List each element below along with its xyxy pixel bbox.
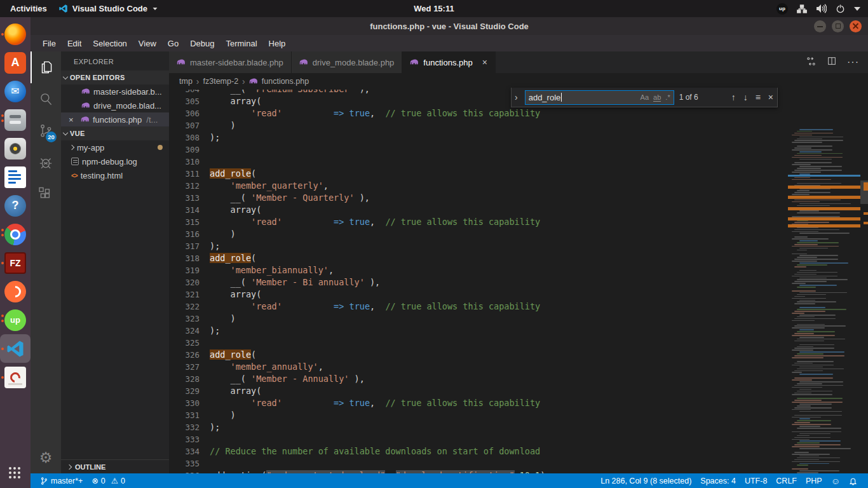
outline-section-header[interactable]: OUTLINE — [61, 459, 169, 473]
next-match-icon[interactable]: ↓ — [743, 92, 748, 102]
code-line[interactable]: 317); — [169, 240, 788, 252]
menu-terminal[interactable]: Terminal — [220, 37, 262, 50]
tab-drive-mode[interactable]: drive_mode.blade.php — [292, 51, 403, 73]
breadcrumb-item[interactable]: tmp — [179, 77, 193, 86]
extensions-view-icon[interactable] — [31, 179, 61, 210]
code-line[interactable]: 322 'read' => true, // true allows this … — [169, 301, 788, 313]
menu-debug[interactable]: Debug — [184, 37, 220, 50]
network-icon[interactable] — [797, 4, 807, 13]
code-line[interactable]: 321 array( — [169, 288, 788, 301]
code-line[interactable]: 307 ) — [169, 119, 788, 132]
previous-match-icon[interactable]: ↑ — [731, 92, 736, 102]
open-editor-item-active[interactable]: × functions.php /t... — [61, 112, 169, 126]
open-editors-header[interactable]: OPEN EDITORS — [61, 71, 169, 85]
cursor-position[interactable]: Ln 286, Col 9 (8 selected) — [596, 477, 696, 485]
tab-master-sidebar[interactable]: master-sidebar.blade.php — [169, 51, 292, 73]
debug-view-icon[interactable] — [31, 147, 61, 179]
code-line[interactable]: 333 — [169, 433, 788, 445]
code-line[interactable]: 311add_role( — [169, 168, 788, 180]
code-line[interactable]: 335 — [169, 458, 788, 470]
settings-gear-icon[interactable]: ⚙ — [39, 442, 53, 473]
code-line[interactable]: 326add_role( — [169, 349, 788, 361]
dock-files[interactable] — [0, 105, 31, 134]
eol-status[interactable]: CRLF — [771, 477, 801, 485]
more-actions-icon[interactable]: ··· — [847, 57, 859, 68]
encoding-status[interactable]: UTF-8 — [740, 477, 771, 485]
code-line[interactable]: 331 ) — [169, 409, 788, 421]
code-line[interactable]: 313 __( 'Member - Quarterly' ), — [169, 192, 788, 204]
source-control-view-icon[interactable]: 20 — [31, 115, 61, 147]
open-editor-item[interactable]: master-sidebar.b... — [61, 85, 169, 98]
dock-chrome[interactable] — [0, 220, 31, 248]
menu-help[interactable]: Help — [263, 37, 292, 50]
code-line[interactable]: 316 ) — [169, 228, 788, 240]
tree-item-npm-debug-log[interactable]: npm-debug.log — [61, 154, 169, 168]
code-line[interactable]: 327 'member_annually', — [169, 361, 788, 373]
menu-go[interactable]: Go — [162, 37, 184, 50]
app-menu[interactable]: Visual Studio Code — [58, 4, 158, 13]
volume-icon[interactable] — [816, 4, 827, 13]
whole-word-icon[interactable]: ab — [653, 93, 661, 102]
menu-view[interactable]: View — [133, 37, 162, 50]
show-applications-button[interactable] — [9, 467, 22, 480]
minimize-button[interactable] — [814, 20, 826, 32]
language-mode[interactable]: PHP — [801, 477, 827, 485]
open-changes-icon[interactable] — [806, 56, 817, 69]
code-line[interactable]: 320 __( 'Member - Bi annually' ), — [169, 276, 788, 288]
window-titlebar[interactable]: functions.php - vue - Visual Studio Code — [31, 17, 868, 35]
close-icon[interactable]: × — [69, 115, 78, 125]
regex-icon[interactable]: .* — [665, 93, 670, 101]
close-find-icon[interactable]: × — [768, 92, 773, 102]
find-in-selection-icon[interactable]: ≡ — [756, 92, 761, 102]
dock-upwork[interactable]: up — [0, 306, 31, 334]
feedback-smiley-icon[interactable]: ☺ — [827, 476, 844, 486]
project-section-header[interactable]: VUE — [61, 126, 169, 140]
code-line[interactable]: 334// Reduce the number of available dow… — [169, 445, 788, 458]
activities-button[interactable]: Activities — [10, 4, 47, 13]
code-line[interactable]: 324); — [169, 325, 788, 337]
dock-libreoffice-writer[interactable] — [0, 163, 31, 191]
scrollbar[interactable] — [860, 127, 868, 473]
breadcrumb-item[interactable]: functions.php — [262, 77, 309, 86]
problems-status[interactable]: ⊗ 0 ⚠ 0 — [87, 476, 130, 485]
dock-document-app[interactable] — [0, 363, 31, 391]
code-line[interactable]: 328 __( 'Member - Annually' ), — [169, 373, 788, 385]
menu-selection[interactable]: Selection — [87, 37, 132, 50]
code-line[interactable]: 308); — [169, 132, 788, 144]
explorer-view-icon[interactable] — [31, 51, 61, 83]
code-line[interactable]: 332); — [169, 421, 788, 433]
code-line[interactable]: 309 — [169, 144, 788, 156]
dock-postman[interactable] — [0, 277, 31, 306]
dock-ubuntu-software[interactable]: A — [0, 48, 31, 77]
maximize-button[interactable] — [832, 20, 844, 32]
code-line[interactable]: 306 'read' => true, // true allows this … — [169, 107, 788, 119]
power-icon[interactable] — [836, 4, 845, 13]
match-case-icon[interactable]: Aa — [641, 93, 649, 101]
dock-rhythmbox[interactable] — [0, 134, 31, 163]
dock-vscode[interactable] — [0, 334, 31, 363]
find-collapse-icon[interactable]: › — [513, 92, 520, 102]
code-line[interactable]: 330 'read' => true, // true allows this … — [169, 397, 788, 409]
code-line[interactable]: 336add_action("wpdm_onstart_download", "… — [169, 470, 788, 473]
minimap[interactable] — [788, 127, 860, 473]
menu-edit[interactable]: Edit — [62, 37, 87, 50]
tree-item-testing-html[interactable]: <> testing.html — [61, 168, 169, 182]
code-line[interactable]: 325 — [169, 337, 788, 349]
dock-thunderbird[interactable]: ✉ — [0, 77, 31, 105]
close-button[interactable] — [850, 20, 862, 32]
split-editor-icon[interactable] — [827, 56, 837, 69]
git-branch-status[interactable]: master*+ — [36, 477, 87, 485]
dock-firefox[interactable] — [0, 20, 31, 48]
code-line[interactable]: 323 ) — [169, 313, 788, 325]
tab-functions-php[interactable]: functions.php × — [402, 51, 496, 73]
upwork-tray-icon[interactable]: up — [776, 3, 788, 15]
code-line[interactable]: 310 — [169, 156, 788, 168]
notifications-bell-icon[interactable] — [844, 477, 862, 485]
code-line[interactable]: 329 array( — [169, 385, 788, 397]
code-line[interactable]: 314 array( — [169, 204, 788, 216]
code-line[interactable]: 312 'member_quarterly', — [169, 180, 788, 192]
search-view-icon[interactable] — [31, 83, 61, 115]
dock-filezilla[interactable]: FZ — [0, 248, 31, 277]
search-input[interactable]: add_role Aa ab .* — [525, 90, 674, 105]
code-line[interactable]: 318add_role( — [169, 252, 788, 264]
